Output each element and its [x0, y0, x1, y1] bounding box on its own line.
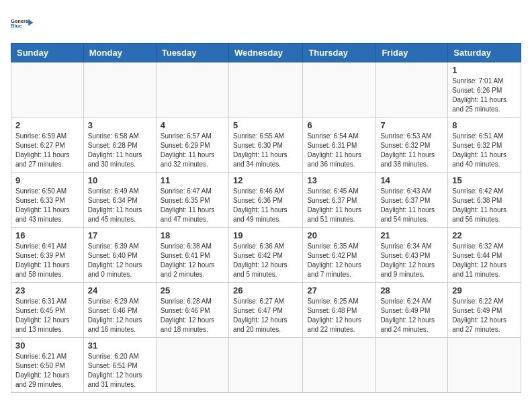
- calendar-cell: 7Sunrise: 6:53 AM Sunset: 6:32 PM Daylig…: [376, 118, 448, 173]
- day-info: Sunrise: 6:31 AM Sunset: 6:45 PM Dayligh…: [15, 297, 79, 334]
- day-info: Sunrise: 6:49 AM Sunset: 6:34 PM Dayligh…: [88, 187, 152, 224]
- week-row-4: 16Sunrise: 6:41 AM Sunset: 6:39 PM Dayli…: [11, 228, 521, 283]
- day-number: 26: [233, 285, 298, 295]
- day-number: 28: [380, 285, 443, 295]
- calendar-cell: 26Sunrise: 6:27 AM Sunset: 6:47 PM Dayli…: [228, 283, 302, 338]
- day-info: Sunrise: 6:46 AM Sunset: 6:36 PM Dayligh…: [233, 187, 298, 224]
- day-number: 6: [307, 120, 371, 130]
- calendar-cell: 18Sunrise: 6:38 AM Sunset: 6:41 PM Dayli…: [156, 228, 228, 283]
- calendar-cell: 22Sunrise: 6:32 AM Sunset: 6:44 PM Dayli…: [448, 228, 521, 283]
- calendar-cell: [303, 62, 376, 118]
- calendar-cell: 4Sunrise: 6:57 AM Sunset: 6:29 PM Daylig…: [156, 118, 228, 173]
- day-number: 30: [15, 340, 79, 351]
- day-info: Sunrise: 6:43 AM Sunset: 6:37 PM Dayligh…: [380, 187, 443, 224]
- calendar-cell: [376, 338, 448, 393]
- day-number: 31: [88, 340, 152, 351]
- calendar-cell: 9Sunrise: 6:50 AM Sunset: 6:33 PM Daylig…: [11, 173, 84, 228]
- day-number: 21: [380, 230, 443, 240]
- calendar-cell: 27Sunrise: 6:25 AM Sunset: 6:48 PM Dayli…: [303, 283, 376, 338]
- day-info: Sunrise: 6:36 AM Sunset: 6:42 PM Dayligh…: [233, 242, 298, 279]
- day-number: 24: [88, 285, 152, 295]
- day-number: 29: [452, 285, 517, 295]
- day-number: 19: [233, 230, 298, 240]
- week-row-2: 2Sunrise: 6:59 AM Sunset: 6:27 PM Daylig…: [11, 118, 521, 173]
- calendar-table: SundayMondayTuesdayWednesdayThursdayFrid…: [11, 43, 521, 393]
- column-header-saturday: Saturday: [448, 44, 521, 62]
- calendar-cell: 21Sunrise: 6:34 AM Sunset: 6:43 PM Dayli…: [376, 228, 448, 283]
- day-info: Sunrise: 6:25 AM Sunset: 6:48 PM Dayligh…: [307, 297, 371, 334]
- day-number: 22: [452, 230, 517, 240]
- calendar-cell: 31Sunrise: 6:20 AM Sunset: 6:51 PM Dayli…: [83, 338, 156, 393]
- day-number: 17: [88, 230, 152, 240]
- day-info: Sunrise: 6:27 AM Sunset: 6:47 PM Dayligh…: [233, 297, 298, 334]
- calendar-cell: 16Sunrise: 6:41 AM Sunset: 6:39 PM Dayli…: [11, 228, 84, 283]
- calendar-cell: 6Sunrise: 6:54 AM Sunset: 6:31 PM Daylig…: [303, 118, 376, 173]
- column-header-wednesday: Wednesday: [228, 44, 302, 62]
- day-number: 3: [88, 120, 152, 130]
- day-number: 20: [307, 230, 371, 240]
- calendar-cell: [156, 62, 228, 118]
- day-info: Sunrise: 6:41 AM Sunset: 6:39 PM Dayligh…: [15, 242, 79, 279]
- week-row-5: 23Sunrise: 6:31 AM Sunset: 6:45 PM Dayli…: [11, 283, 521, 338]
- day-info: Sunrise: 6:50 AM Sunset: 6:33 PM Dayligh…: [15, 187, 79, 224]
- calendar-cell: 2Sunrise: 6:59 AM Sunset: 6:27 PM Daylig…: [11, 118, 84, 173]
- calendar-cell: 12Sunrise: 6:46 AM Sunset: 6:36 PM Dayli…: [228, 173, 302, 228]
- day-number: 15: [452, 175, 517, 185]
- calendar-cell: 11Sunrise: 6:47 AM Sunset: 6:35 PM Dayli…: [156, 173, 228, 228]
- calendar-cell: [376, 62, 448, 118]
- day-number: 9: [15, 175, 79, 185]
- logo-icon: GeneralBlue: [11, 11, 35, 35]
- day-info: Sunrise: 6:55 AM Sunset: 6:30 PM Dayligh…: [233, 132, 298, 169]
- day-info: Sunrise: 6:59 AM Sunset: 6:27 PM Dayligh…: [15, 132, 79, 169]
- calendar-header-row: SundayMondayTuesdayWednesdayThursdayFrid…: [11, 44, 521, 62]
- svg-text:Blue: Blue: [11, 23, 22, 29]
- day-info: Sunrise: 6:28 AM Sunset: 6:46 PM Dayligh…: [161, 297, 224, 334]
- calendar-cell: 13Sunrise: 6:45 AM Sunset: 6:37 PM Dayli…: [303, 173, 376, 228]
- day-info: Sunrise: 6:24 AM Sunset: 6:49 PM Dayligh…: [380, 297, 443, 334]
- calendar-cell: [303, 338, 376, 393]
- calendar-cell: 28Sunrise: 6:24 AM Sunset: 6:49 PM Dayli…: [376, 283, 448, 338]
- day-info: Sunrise: 6:20 AM Sunset: 6:51 PM Dayligh…: [88, 352, 152, 390]
- column-header-tuesday: Tuesday: [156, 44, 228, 62]
- day-info: Sunrise: 6:39 AM Sunset: 6:40 PM Dayligh…: [88, 242, 152, 279]
- calendar-cell: [228, 338, 302, 393]
- calendar-cell: 10Sunrise: 6:49 AM Sunset: 6:34 PM Dayli…: [83, 173, 156, 228]
- week-row-1: 1Sunrise: 7:01 AM Sunset: 6:26 PM Daylig…: [11, 62, 521, 118]
- logo: GeneralBlue: [11, 11, 38, 35]
- day-info: Sunrise: 6:47 AM Sunset: 6:35 PM Dayligh…: [161, 187, 224, 224]
- day-info: Sunrise: 6:22 AM Sunset: 6:49 PM Dayligh…: [452, 297, 517, 334]
- day-number: 23: [15, 285, 79, 295]
- calendar-cell: [11, 62, 84, 118]
- day-number: 7: [380, 120, 443, 130]
- day-info: Sunrise: 6:57 AM Sunset: 6:29 PM Dayligh…: [161, 132, 224, 169]
- calendar-cell: 25Sunrise: 6:28 AM Sunset: 6:46 PM Dayli…: [156, 283, 228, 338]
- calendar-cell: 15Sunrise: 6:42 AM Sunset: 6:38 PM Dayli…: [448, 173, 521, 228]
- day-number: 16: [15, 230, 79, 240]
- page-header: GeneralBlue: [11, 11, 521, 35]
- column-header-monday: Monday: [83, 44, 156, 62]
- day-number: 4: [161, 120, 224, 130]
- calendar-cell: [228, 62, 302, 118]
- calendar-cell: 20Sunrise: 6:35 AM Sunset: 6:42 PM Dayli…: [303, 228, 376, 283]
- day-number: 11: [161, 175, 224, 185]
- calendar-cell: 5Sunrise: 6:55 AM Sunset: 6:30 PM Daylig…: [228, 118, 302, 173]
- week-row-6: 30Sunrise: 6:21 AM Sunset: 6:50 PM Dayli…: [11, 338, 521, 393]
- day-info: Sunrise: 7:01 AM Sunset: 6:26 PM Dayligh…: [452, 77, 517, 114]
- day-info: Sunrise: 6:34 AM Sunset: 6:43 PM Dayligh…: [380, 242, 443, 279]
- day-info: Sunrise: 6:29 AM Sunset: 6:46 PM Dayligh…: [88, 297, 152, 334]
- svg-marker-2: [28, 19, 33, 26]
- calendar-cell: 24Sunrise: 6:29 AM Sunset: 6:46 PM Dayli…: [83, 283, 156, 338]
- day-number: 2: [15, 120, 79, 130]
- day-info: Sunrise: 6:45 AM Sunset: 6:37 PM Dayligh…: [307, 187, 371, 224]
- day-info: Sunrise: 6:38 AM Sunset: 6:41 PM Dayligh…: [161, 242, 224, 279]
- day-info: Sunrise: 6:32 AM Sunset: 6:44 PM Dayligh…: [452, 242, 517, 279]
- day-info: Sunrise: 6:35 AM Sunset: 6:42 PM Dayligh…: [307, 242, 371, 279]
- calendar-cell: 29Sunrise: 6:22 AM Sunset: 6:49 PM Dayli…: [448, 283, 521, 338]
- day-number: 27: [307, 285, 371, 295]
- calendar-cell: 23Sunrise: 6:31 AM Sunset: 6:45 PM Dayli…: [11, 283, 84, 338]
- day-number: 5: [233, 120, 298, 130]
- day-number: 25: [161, 285, 224, 295]
- column-header-thursday: Thursday: [303, 44, 376, 62]
- calendar-cell: [83, 62, 156, 118]
- calendar-cell: [156, 338, 228, 393]
